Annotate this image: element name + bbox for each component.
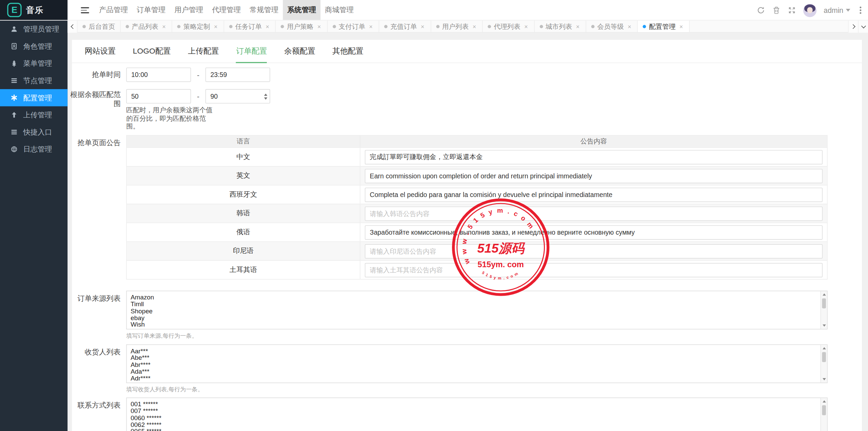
tab-upload-config[interactable]: 上传配置 [188,46,219,62]
more-menu-icon[interactable] [858,6,864,15]
tab-dot [333,25,336,28]
tab-member-level[interactable]: 会员等级× [586,20,638,32]
scrollbar-thumb[interactable] [822,298,826,308]
nav-item-agents[interactable]: 代理管理 [209,0,243,20]
sidebar-item-roles[interactable]: 角色管理 [0,38,67,55]
contact-label: 联系方式列表 [72,401,121,409]
scrollbar[interactable] [821,291,827,329]
notice-tr-input[interactable] [365,263,823,277]
order-source-note: 填写订单来源,每行为一条。 [126,332,197,340]
tabs-list: 后台首页 产品列表× 策略定制× 任务订单× 用户策略× 支付订单× 充值订单×… [78,20,848,32]
collapse-menu-icon[interactable] [81,7,89,13]
contact-textarea[interactable]: 001 ****** 007 ****** 0060 ****** 0062 *… [127,398,820,431]
tab-site-settings[interactable]: 网站设置 [85,46,116,62]
notice-es-input[interactable] [365,188,823,202]
main-area: 网站设置 LOGO配置 上传配置 订单配置 余额配置 其他配置 抢单时间 - 根… [67,33,868,431]
nav-item-products[interactable]: 产品管理 [96,0,131,20]
tab-dot [488,25,491,28]
config-tabs: 网站设置 LOGO配置 上传配置 订单配置 余额配置 其他配置 [72,40,862,63]
spinner-down-icon[interactable] [264,97,267,100]
tab-pay-orders[interactable]: 支付订单× [328,20,379,32]
scroll-up-icon[interactable] [821,291,827,298]
notice-zh-input[interactable] [365,150,823,164]
close-icon[interactable]: × [678,23,684,30]
tab-strategy[interactable]: 策略定制× [172,20,224,32]
grab-time-label: 抢单时间 [72,67,121,82]
sidebar-item-menus[interactable]: 菜单管理 [0,55,67,72]
grab-time-end-input[interactable] [205,67,270,82]
nav-item-orders[interactable]: 订单管理 [134,0,168,20]
tab-user-strategy[interactable]: 用户策略× [276,20,328,32]
tab-logo-config[interactable]: LOGO配置 [133,46,171,62]
notice-en-input[interactable] [365,169,823,183]
tab-agent-list[interactable]: 代理列表× [483,20,535,32]
order-source-textarea[interactable]: Amazon Timll Shopee ebay Wish [127,291,820,329]
header-actions: admin [757,0,864,20]
top-navigation: 产品管理 订单管理 用户管理 代理管理 常规管理 系统管理 商城管理 [95,0,358,20]
refresh-icon[interactable] [757,6,765,14]
trash-icon[interactable] [772,6,781,14]
close-icon[interactable]: × [368,23,374,30]
sidebar-item-admins[interactable]: 管理员管理 [0,20,67,38]
scroll-down-icon[interactable] [821,322,827,329]
sidebar-item-nodes[interactable]: 节点管理 [0,72,67,89]
scrollbar-thumb[interactable] [822,405,826,415]
scroll-up-icon[interactable] [821,345,827,352]
close-icon[interactable]: × [575,23,581,30]
balance-min-input[interactable] [126,89,191,103]
grab-time-row: 抢单时间 - [72,67,828,82]
close-icon[interactable]: × [471,23,477,30]
close-icon[interactable]: × [627,23,632,30]
balance-range-row: 根据余额匹配范围 - 匹配时，用户余额乘这两个值的百分比，即为匹配价格范围。 [72,89,828,103]
user-menu[interactable]: admin [824,6,850,14]
nav-item-system[interactable]: 系统管理 [283,0,320,20]
tab-order-config[interactable]: 订单配置 [236,46,267,63]
close-icon[interactable]: × [420,23,426,30]
sidebar-item-shortcuts[interactable]: 快捷入口 [0,123,67,141]
number-spinner[interactable] [261,90,270,103]
close-icon[interactable]: × [213,23,219,30]
tab-balance-config[interactable]: 余额配置 [284,46,315,62]
tab-recharge-orders[interactable]: 充值订单× [379,20,431,32]
tab-product-list[interactable]: 产品列表× [121,20,173,32]
tab-config[interactable]: 配置管理× [638,20,690,32]
tab-other-config[interactable]: 其他配置 [332,46,363,62]
user-icon [11,25,18,33]
close-icon[interactable]: × [316,23,322,30]
tabs-next-button[interactable] [848,20,858,33]
scroll-up-icon[interactable] [821,398,827,405]
scroll-down-icon[interactable] [821,429,827,431]
tab-user-list[interactable]: 用户列表× [431,20,483,32]
scrollbar-thumb[interactable] [822,352,826,362]
notice-ru-input[interactable] [365,225,823,239]
grab-time-start-input[interactable] [126,67,191,82]
notice-ko-input[interactable] [365,206,823,220]
close-icon[interactable]: × [264,23,270,30]
scrollbar[interactable] [821,345,827,383]
sidebar-item-config[interactable]: 配置管理 [0,89,67,106]
nav-item-users[interactable]: 用户管理 [172,0,206,20]
user-avatar[interactable] [803,4,816,17]
fullscreen-icon[interactable] [788,6,796,14]
scroll-down-icon[interactable] [821,376,827,383]
tab-city-list[interactable]: 城市列表× [534,20,586,32]
nav-item-general[interactable]: 常规管理 [247,0,281,20]
tabs-menu-button[interactable] [858,20,868,33]
tab-task-orders[interactable]: 任务订单× [224,20,276,32]
consignee-textarea[interactable]: Aar*** Abe*** Abr**** Ada*** Adr**** [127,345,820,383]
balance-max-input[interactable] [205,89,270,103]
sidebar-item-uploads[interactable]: 上传管理 [0,106,67,123]
close-icon[interactable]: × [523,23,529,30]
brand-logo[interactable]: E 音乐 [0,0,67,20]
notice-id-input[interactable] [365,244,823,258]
tab-home[interactable]: 后台首页 [78,20,121,32]
nav-item-mall[interactable]: 商城管理 [322,0,356,20]
table-row: 中文 [127,147,827,166]
spinner-up-icon[interactable] [264,93,267,96]
balance-range-note: 匹配时，用户余额乘这两个值的百分比，即为匹配价格范围。 [126,106,217,130]
scrollbar[interactable] [821,398,827,431]
sidebar-item-logs[interactable]: 日志管理 [0,141,67,158]
tabs-prev-button[interactable] [67,20,77,33]
close-icon[interactable]: × [161,23,167,30]
range-separator: - [191,71,205,79]
